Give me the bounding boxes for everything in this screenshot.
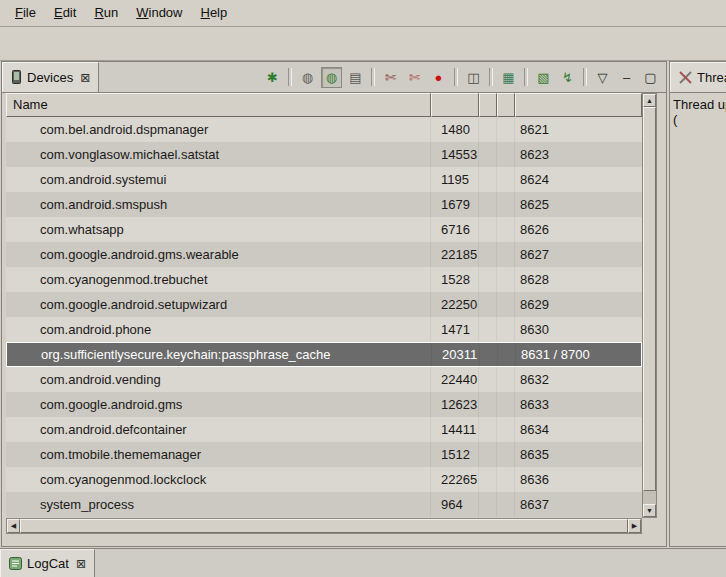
- column-header[interactable]: [431, 93, 479, 117]
- table-row[interactable]: com.cyanogenmod.trebuchet15288628: [6, 267, 642, 292]
- start-method-profiling-icon[interactable]: ▧: [533, 67, 554, 88]
- stop-thread-monitor-icon[interactable]: ✄: [404, 67, 425, 88]
- scroll-left-icon[interactable]: ◀: [7, 519, 20, 533]
- cell-empty: [497, 117, 515, 142]
- menu-help[interactable]: Help: [191, 2, 236, 24]
- network-statistics-icon[interactable]: ↯: [557, 67, 578, 88]
- cell-empty: [497, 167, 515, 192]
- vertical-scrollbar-thumb[interactable]: [643, 107, 656, 491]
- cell-empty: [497, 367, 515, 392]
- tab-threads[interactable]: Threads: [670, 62, 726, 92]
- menu-file[interactable]: File: [6, 2, 45, 24]
- column-header-name[interactable]: Name: [6, 93, 431, 117]
- scroll-down-icon[interactable]: ▼: [643, 504, 656, 517]
- process-port: 8623: [515, 142, 642, 167]
- cell-empty: [497, 417, 515, 442]
- toolbar-separator: [489, 68, 493, 86]
- process-name: com.whatsapp: [6, 217, 431, 242]
- process-pid: 22265: [431, 467, 479, 492]
- stop-process-icon[interactable]: ●: [428, 67, 449, 88]
- table-row[interactable]: com.google.android.setupwizard222508629: [6, 292, 642, 317]
- process-pid: 22250: [431, 292, 479, 317]
- scrollbar-corner: [642, 518, 657, 534]
- process-port: 8626: [515, 217, 642, 242]
- process-port: 8631 / 8700: [516, 343, 641, 366]
- update-heap-icon[interactable]: ◍: [297, 67, 318, 88]
- vertical-scrollbar[interactable]: ▲ ▼: [642, 93, 657, 518]
- maximize-view-icon[interactable]: ▢: [640, 67, 661, 88]
- threads-message-line2: (: [673, 112, 724, 127]
- tab-devices[interactable]: Devices ⊠: [2, 62, 99, 92]
- bottom-tabbar: LogCat ⊠: [0, 548, 726, 577]
- close-icon[interactable]: ⊠: [76, 557, 86, 571]
- process-port: 8637: [515, 492, 642, 517]
- process-name: org.sufficientlysecure.keychain:passphra…: [7, 343, 432, 366]
- main-toolbar: [0, 27, 726, 61]
- horizontal-scrollbar[interactable]: ◀ ▶: [6, 518, 642, 534]
- table-row[interactable]: com.google.android.gms126238633: [6, 392, 642, 417]
- process-pid: 22440: [431, 367, 479, 392]
- tab-threads-label: Threads: [697, 70, 726, 85]
- column-header[interactable]: [497, 93, 515, 117]
- menu-edit[interactable]: Edit: [45, 2, 85, 24]
- scroll-right-icon[interactable]: ▶: [628, 519, 641, 533]
- tab-logcat[interactable]: LogCat ⊠: [0, 549, 95, 577]
- menubar: FileEditRunWindowHelp: [0, 0, 726, 27]
- dump-hprof-icon[interactable]: ◍: [321, 67, 342, 88]
- process-port: 8636: [515, 467, 642, 492]
- cell-empty: [498, 343, 516, 366]
- threads-message: Thread up (: [670, 93, 726, 131]
- table-row[interactable]: com.vonglasow.michael.satstat145538623: [6, 142, 642, 167]
- threads-message-line1: Thread up: [673, 97, 724, 112]
- cell-empty: [479, 442, 497, 467]
- menu-run[interactable]: Run: [85, 2, 127, 24]
- toolbar-separator: [454, 68, 458, 86]
- table-row[interactable]: com.cyanogenmod.lockclock222658636: [6, 467, 642, 492]
- cell-empty: [479, 267, 497, 292]
- close-icon[interactable]: ⊠: [80, 71, 90, 85]
- dump-view-hierarchy-icon[interactable]: ▦: [498, 67, 519, 88]
- tab-devices-label: Devices: [27, 70, 73, 85]
- table-row[interactable]: system_process9648637: [6, 492, 642, 517]
- tab-logcat-label: LogCat: [27, 556, 69, 571]
- process-name: com.google.android.setupwizard: [6, 292, 431, 317]
- process-name: com.bel.android.dspmanager: [6, 117, 431, 142]
- cell-empty: [479, 417, 497, 442]
- table-row[interactable]: com.android.defcontainer144118634: [6, 417, 642, 442]
- process-pid: 1480: [431, 117, 479, 142]
- process-pid: 12623: [431, 392, 479, 417]
- table-row[interactable]: com.bel.android.dspmanager14808621: [6, 117, 642, 142]
- update-threads-icon[interactable]: ✄: [380, 67, 401, 88]
- table-row[interactable]: com.android.vending224408632: [6, 367, 642, 392]
- table-row[interactable]: com.tmobile.thememanager15128635: [6, 442, 642, 467]
- cell-empty: [479, 167, 497, 192]
- table-row[interactable]: com.whatsapp67168626: [6, 217, 642, 242]
- process-pid: 20311: [432, 343, 480, 366]
- column-header[interactable]: [479, 93, 497, 117]
- table-row[interactable]: com.google.android.gms.wearable221858627: [6, 242, 642, 267]
- toolbar-separator: [524, 68, 528, 86]
- table-row[interactable]: com.android.systemui11958624: [6, 167, 642, 192]
- process-port: 8633: [515, 392, 642, 417]
- cell-empty: [497, 317, 515, 342]
- menu-window[interactable]: Window: [127, 2, 191, 24]
- table-row[interactable]: com.android.smspush16798625: [6, 192, 642, 217]
- view-menu-chevron-icon[interactable]: ▽: [592, 67, 613, 88]
- cell-empty: [497, 442, 515, 467]
- debug-process-icon[interactable]: ✱: [262, 67, 283, 88]
- process-name: com.android.smspush: [6, 192, 431, 217]
- cell-empty: [479, 192, 497, 217]
- cause-gc-icon[interactable]: ▤: [345, 67, 366, 88]
- table-row[interactable]: com.android.phone14718630: [6, 317, 642, 342]
- column-header[interactable]: [515, 93, 642, 117]
- minimize-view-icon[interactable]: –: [616, 67, 637, 88]
- logcat-icon: [9, 557, 22, 570]
- process-port: 8627: [515, 242, 642, 267]
- cell-empty: [497, 142, 515, 167]
- cell-empty: [479, 142, 497, 167]
- table-row[interactable]: org.sufficientlysecure.keychain:passphra…: [6, 342, 642, 367]
- process-name: com.android.defcontainer: [6, 417, 431, 442]
- horizontal-scrollbar-thumb[interactable]: [20, 519, 628, 533]
- screen-capture-icon[interactable]: ◫: [463, 67, 484, 88]
- scroll-up-icon[interactable]: ▲: [643, 94, 656, 107]
